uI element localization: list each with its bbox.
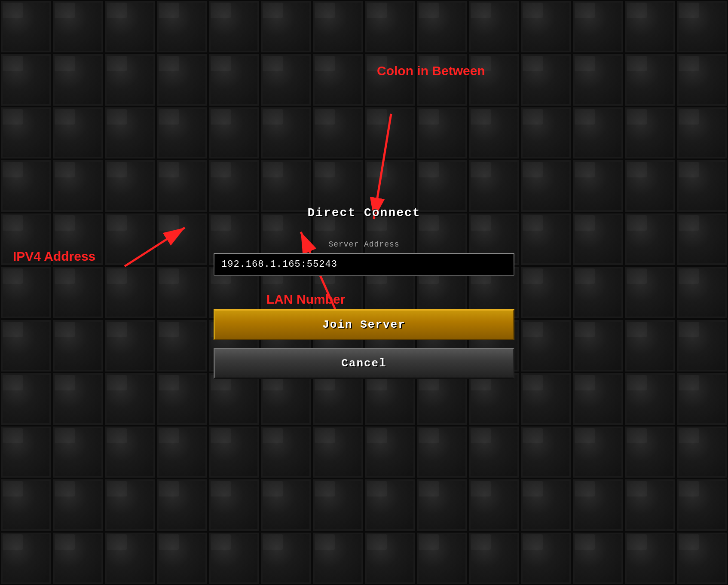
server-input-wrapper [214,253,514,276]
dialog-container: Direct Connect Server Address Join Serve… [214,206,514,379]
dialog-overlay: Direct Connect Server Address Join Serve… [0,0,728,585]
cancel-button[interactable]: Cancel [214,348,514,379]
field-label: Server Address [328,240,399,249]
server-address-input[interactable] [214,254,514,275]
dialog-title: Direct Connect [307,206,420,219]
join-server-button[interactable]: Join Server [214,309,514,340]
input-section: Server Address [214,240,514,276]
